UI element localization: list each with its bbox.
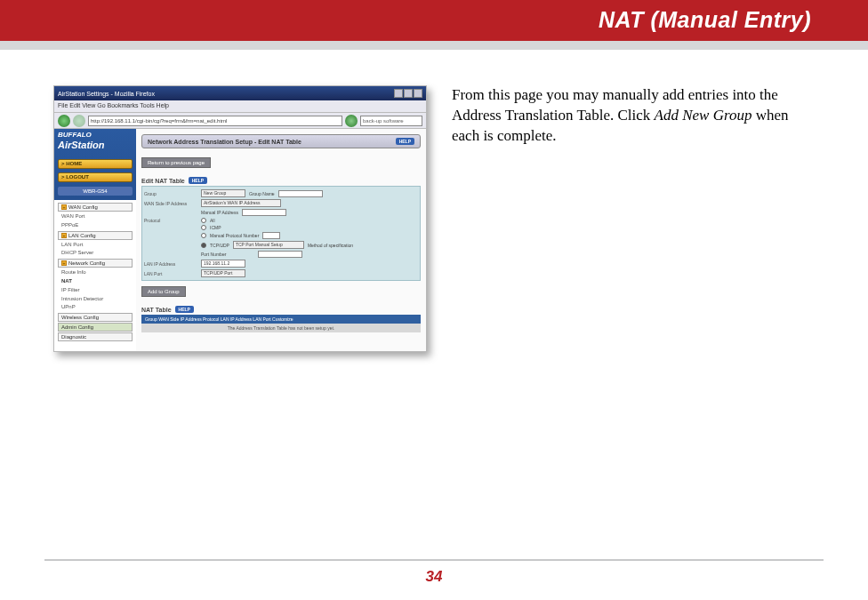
nav-ipfilter: IP Filter — [54, 286, 136, 295]
nav-intrusion: Intrusion Detector — [54, 295, 136, 304]
nav-list: +WAN Config WAN Port PPPoE +LAN Config L… — [54, 200, 136, 351]
minimize-icon — [394, 89, 403, 98]
model-label: WBR-G54 — [58, 187, 133, 196]
close-icon — [414, 89, 422, 98]
radio-icon — [201, 233, 206, 238]
radio-icon — [201, 243, 206, 248]
nat-form: GroupNew GroupGroup Name WAN Side IP Add… — [141, 186, 421, 281]
nat-table-header: Group WAN Side IP Address Protocol LAN I… — [141, 315, 421, 324]
port-num-input — [258, 251, 302, 258]
nav-network-config: +Network Config — [58, 259, 133, 268]
body-text-em: Add New Group — [655, 107, 752, 124]
row-lan-ip: LAN IP Address — [144, 261, 197, 267]
browser-addrbar: http://192.168.11.1/cgi-bin/cgi?req=frm&… — [54, 113, 426, 129]
proto-num-input — [262, 232, 280, 239]
page-title: NAT (Manual Entry) — [599, 7, 811, 33]
logout-button: > LOGOUT — [58, 172, 133, 182]
window-buttons — [394, 89, 422, 98]
lan-ip-input: 192.168.11.2 — [201, 260, 245, 268]
nat-table-label: NAT Table HELP — [141, 306, 421, 313]
add-group-button: Add to Group — [141, 286, 186, 297]
footer-rule — [44, 559, 824, 561]
row-lan-port: LAN Port — [144, 271, 197, 276]
row-group: Group — [144, 191, 197, 196]
group-dropdown: New Group — [201, 189, 245, 197]
search-field: back-up software — [360, 116, 422, 126]
gray-band — [0, 41, 868, 50]
page-number: 34 — [0, 568, 868, 586]
maximize-icon — [404, 89, 413, 98]
panel-header: Network Address Translation Setup - Edit… — [141, 134, 421, 148]
row-wan-ip: WAN Side IP Address — [144, 201, 197, 206]
nav-lan-config: +LAN Config — [58, 231, 133, 240]
nav-nat: NAT — [54, 277, 136, 286]
window-title: AirStation Settings - Mozilla Firefox — [58, 91, 155, 97]
address-field: http://192.168.11.1/cgi-bin/cgi?req=frm&… — [88, 116, 342, 126]
nav-wan-port: WAN Port — [54, 212, 136, 221]
expand-icon: + — [61, 204, 67, 210]
help-button: HELP — [175, 306, 194, 313]
go-icon — [345, 115, 358, 127]
nav-pppoe: PPPoE — [54, 221, 136, 230]
help-button: HELP — [189, 177, 207, 184]
home-button: > HOME — [58, 159, 133, 169]
radio-icon — [201, 225, 206, 230]
main-pane: Network Address Translation Setup - Edit… — [136, 129, 426, 351]
panel-title: Network Address Translation Setup - Edit… — [148, 139, 301, 145]
logo-product: AirStation — [58, 140, 133, 150]
expand-icon: + — [61, 260, 67, 266]
forward-icon — [73, 115, 85, 127]
embedded-screenshot: AirStation Settings - Mozilla Firefox Fi… — [53, 85, 427, 352]
wan-ip-dropdown: AirStation's WAN IP Address — [201, 199, 281, 207]
content-area: AirStation Settings - Mozilla Firefox Fi… — [0, 50, 868, 370]
help-button: HELP — [396, 138, 414, 145]
nav-wireless: Wireless Config — [58, 313, 133, 322]
manual-ip-label: Manual IP Address — [201, 210, 238, 215]
nav-dhcp: DHCP Server — [54, 249, 136, 258]
logo: BUFFALO AirStation — [54, 129, 136, 157]
nav-upnp: UPnP — [54, 303, 136, 312]
window-titlebar: AirStation Settings - Mozilla Firefox — [54, 86, 426, 100]
port-dropdown: TCP Port Manual Setup — [233, 241, 304, 249]
nav-lan-port: LAN Port — [54, 241, 136, 250]
expand-icon: + — [61, 233, 67, 238]
group-name-label: Group Name — [249, 191, 275, 196]
logo-brand: BUFFALO — [58, 131, 92, 139]
lan-port-dropdown: TCP/UDP Port — [201, 269, 245, 277]
group-name-input — [278, 190, 323, 197]
row-protocol: Protocol — [144, 218, 197, 223]
return-button: Return to previous page — [141, 157, 211, 168]
browser-menubar: File Edit View Go Bookmarks Tools Help — [54, 100, 426, 113]
nav-diag: Diagnostic — [58, 332, 133, 341]
edit-nat-label: Edit NAT Table HELP — [141, 177, 421, 184]
nat-table-empty: The Address Translation Table has not be… — [141, 324, 421, 332]
manual-ip-input — [242, 209, 286, 216]
radio-icon — [201, 218, 206, 223]
nav-route: Route Info — [54, 268, 136, 277]
nav-wan-config: +WAN Config — [58, 203, 133, 212]
back-icon — [58, 115, 70, 127]
nav-admin: Admin Config — [58, 323, 133, 332]
sidebar: BUFFALO AirStation > HOME > LOGOUT WBR-G… — [54, 129, 136, 351]
body-text: From this page you may manually add entr… — [452, 85, 808, 352]
header-band: NAT (Manual Entry) — [0, 0, 868, 41]
